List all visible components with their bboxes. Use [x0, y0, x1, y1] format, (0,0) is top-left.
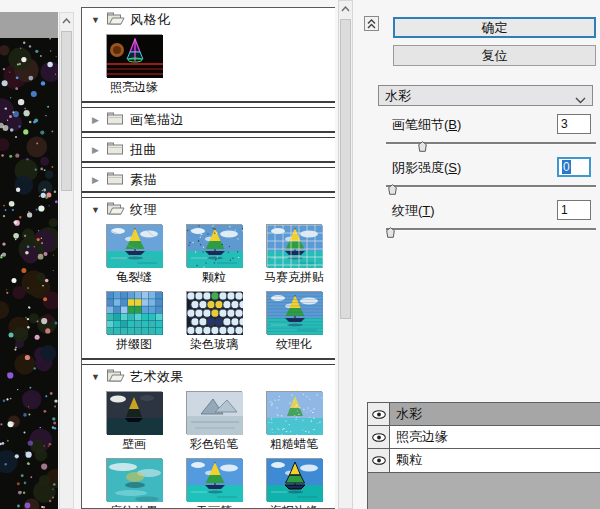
filter-thumbnail-image[interactable] — [266, 224, 322, 267]
effect-layer-row[interactable]: 水彩 — [368, 403, 600, 426]
filter-thumbnail-item[interactable]: 颗粒 — [174, 222, 254, 289]
filter-section: ▶扭曲 — [82, 137, 335, 163]
filter-thumbnail-item[interactable]: 粗糙蜡笔 — [254, 389, 334, 456]
triangle-collapsed-icon[interactable]: ▶ — [90, 115, 101, 125]
collapse-panel-button[interactable] — [364, 16, 379, 31]
scroll-up-icon[interactable] — [60, 13, 73, 29]
filter-thumbnail-image[interactable] — [106, 291, 162, 334]
filter-thumbnail-grid: 照亮边缘 — [82, 31, 335, 101]
triangle-expanded-icon[interactable]: ▼ — [90, 372, 101, 382]
filter-thumbnail-label: 彩色铅笔 — [190, 436, 238, 453]
ok-button[interactable]: 确定 — [393, 17, 596, 38]
visibility-eye-icon[interactable] — [368, 449, 390, 472]
slider-thumb[interactable] — [418, 138, 427, 149]
slider-thumb[interactable] — [388, 181, 397, 192]
slider-label: 阴影强度(S) — [392, 159, 461, 177]
filter-thumbnail-item[interactable]: 纹理化 — [254, 289, 334, 356]
slider-group: 阴影强度(S)0 — [378, 155, 598, 198]
filter-thumbnail-label: 马赛克拼贴 — [264, 269, 324, 286]
slider-value-input[interactable]: 3 — [557, 114, 591, 134]
slider-value-input[interactable]: 0 — [557, 157, 591, 177]
preview-image — [0, 38, 58, 509]
filter-thumbnail-image[interactable] — [106, 224, 162, 267]
slider-track[interactable] — [386, 142, 596, 145]
filter-section: ▼风格化照亮边缘 — [82, 8, 335, 103]
filter-list-scrollbar[interactable] — [338, 0, 353, 509]
filter-thumbnail-image[interactable] — [186, 391, 242, 434]
triangle-expanded-icon[interactable]: ▼ — [90, 205, 101, 215]
effect-layer-name: 水彩 — [390, 403, 600, 425]
reset-button[interactable]: 复位 — [393, 45, 596, 66]
filter-thumbnail-grid: 龟裂缝颗粒马赛克拼贴拼缀图染色玻璃纹理化 — [82, 221, 335, 358]
filter-thumbnail-item[interactable]: 底纹效果 — [94, 456, 174, 509]
filter-thumbnail-label: 照亮边缘 — [110, 79, 158, 96]
filter-thumbnail-item[interactable]: 海报边缘 — [254, 456, 334, 509]
filter-thumbnail-label: 拼缀图 — [116, 336, 152, 353]
filter-thumbnail-label: 壁画 — [122, 436, 146, 453]
filter-section-label: 纹理 — [130, 201, 157, 219]
filter-thumbnail-label: 染色玻璃 — [190, 336, 238, 353]
filter-thumbnail-item[interactable]: 照亮边缘 — [94, 32, 174, 99]
folder-closed-icon — [106, 171, 125, 189]
filter-section: ▼艺术效果壁画彩色铅笔粗糙蜡笔底纹效果干画笔海报边缘 — [82, 364, 335, 509]
filter-section-header[interactable]: ▼纹理 — [82, 198, 335, 221]
filter-thumbnail-image[interactable] — [186, 291, 242, 334]
triangle-collapsed-icon[interactable]: ▶ — [90, 175, 101, 185]
filter-thumbnail-image[interactable] — [266, 391, 322, 434]
folder-open-icon — [106, 368, 125, 386]
filter-section-header[interactable]: ▼风格化 — [82, 8, 335, 31]
filter-section-label: 风格化 — [130, 11, 171, 29]
filter-thumbnail-image[interactable] — [266, 458, 322, 501]
triangle-collapsed-icon[interactable]: ▶ — [90, 145, 101, 155]
filter-thumbnail-image[interactable] — [106, 458, 162, 501]
filter-thumbnail-image[interactable] — [106, 34, 162, 77]
filter-thumbnail-item[interactable]: 干画笔 — [174, 456, 254, 509]
filter-section-label: 艺术效果 — [130, 368, 184, 386]
filter-thumbnail-grid: 壁画彩色铅笔粗糙蜡笔底纹效果干画笔海报边缘 — [82, 388, 335, 509]
slider-label: 画笔细节(B) — [392, 116, 461, 134]
filter-section: ▶画笔描边 — [82, 107, 335, 133]
filter-thumbnail-label: 龟裂缝 — [116, 269, 152, 286]
visibility-eye-icon[interactable] — [368, 403, 390, 425]
scrollbar-thumb[interactable] — [61, 31, 72, 191]
filter-section-header[interactable]: ▶扭曲 — [82, 138, 335, 161]
folder-closed-icon — [106, 111, 125, 129]
filter-dropdown[interactable]: 水彩 — [378, 85, 593, 106]
filter-category-list: ▼风格化照亮边缘▶画笔描边▶扭曲▶素描▼纹理龟裂缝颗粒马赛克拼贴拼缀图染色玻璃纹… — [81, 7, 335, 509]
slider-track[interactable] — [386, 185, 596, 188]
visibility-eye-icon[interactable] — [368, 426, 390, 448]
slider-track[interactable] — [386, 228, 596, 231]
filter-thumbnail-item[interactable]: 彩色铅笔 — [174, 389, 254, 456]
filter-thumbnail-item[interactable]: 马赛克拼贴 — [254, 222, 334, 289]
slider-thumb[interactable] — [386, 224, 395, 235]
filter-thumbnail-image[interactable] — [186, 224, 242, 267]
selected-text: 0 — [562, 160, 571, 174]
filter-thumbnail-label: 纹理化 — [276, 336, 312, 353]
filter-thumbnail-item[interactable]: 拼缀图 — [94, 289, 174, 356]
effect-layer-row[interactable]: 颗粒 — [368, 449, 600, 472]
effect-layers-empty-area — [367, 473, 600, 509]
effect-layer-row[interactable]: 照亮边缘 — [368, 426, 600, 449]
filter-dropdown-value: 水彩 — [385, 87, 411, 105]
triangle-expanded-icon[interactable]: ▼ — [90, 15, 101, 25]
folder-closed-icon — [106, 141, 125, 159]
scrollbar-thumb[interactable] — [340, 19, 351, 319]
filter-section-header[interactable]: ▼艺术效果 — [82, 365, 335, 388]
filter-thumbnail-item[interactable]: 龟裂缝 — [94, 222, 174, 289]
filter-section-header[interactable]: ▶素描 — [82, 168, 335, 191]
filter-thumbnail-image[interactable] — [106, 391, 162, 434]
filter-settings: 画笔细节(B)3阴影强度(S)0纹理(T)1 — [378, 112, 598, 244]
filter-thumbnail-label: 干画笔 — [196, 503, 232, 509]
filter-section-header[interactable]: ▶画笔描边 — [82, 108, 335, 131]
filter-section-label: 画笔描边 — [130, 111, 184, 129]
slider-group: 画笔细节(B)3 — [378, 112, 598, 155]
slider-value-input[interactable]: 1 — [557, 200, 591, 220]
filter-section: ▶素描 — [82, 167, 335, 193]
preview-scrollbar[interactable] — [59, 12, 74, 509]
scroll-up-icon[interactable] — [339, 1, 352, 17]
filter-thumbnail-image[interactable] — [186, 458, 242, 501]
filter-thumbnail-label: 底纹效果 — [110, 503, 158, 509]
filter-thumbnail-item[interactable]: 染色玻璃 — [174, 289, 254, 356]
filter-thumbnail-item[interactable]: 壁画 — [94, 389, 174, 456]
filter-thumbnail-image[interactable] — [266, 291, 322, 334]
